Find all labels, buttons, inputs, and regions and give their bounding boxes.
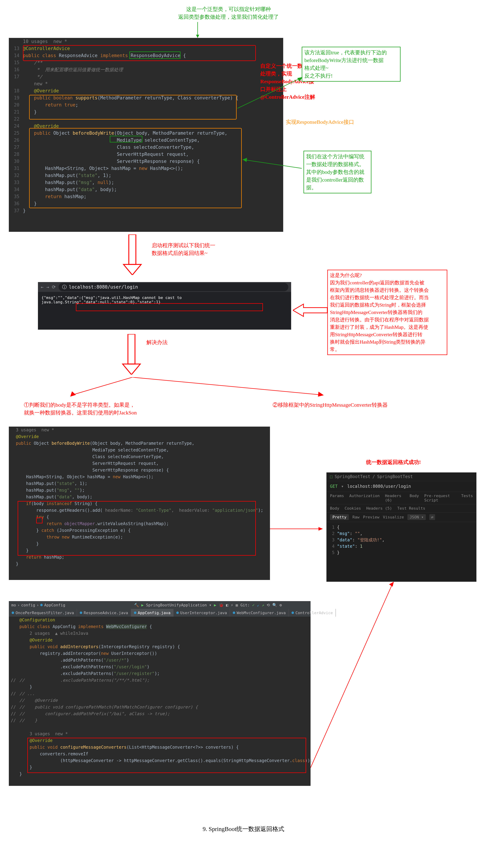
- coverage-icon[interactable]: ◧: [226, 603, 228, 607]
- arrow-down-green: [195, 22, 200, 38]
- svg-marker-10: [123, 364, 140, 375]
- address-bar[interactable]: ⓘ localhost:8080/user/login: [59, 283, 288, 291]
- code-line: public Object beforeBodyWrite(Object bod…: [16, 440, 194, 447]
- usage-hint: 3 usages new *: [20, 731, 68, 737]
- debug-icon[interactable]: 🐞: [219, 603, 224, 607]
- build-icon[interactable]: 🔨: [134, 603, 139, 607]
- http-method[interactable]: GET: [330, 484, 338, 489]
- code-line: // @Override: [20, 697, 58, 704]
- tab-prerequest[interactable]: Pre-request Script: [424, 494, 456, 502]
- file-tab-3[interactable]: UserInterceptor.java: [173, 609, 230, 617]
- request-tabs: Params Authorization Headers (6) Body Pr…: [326, 492, 477, 504]
- file-tab-2[interactable]: AppConfig.java: [131, 609, 173, 617]
- more-icon[interactable]: ⚙: [280, 603, 282, 607]
- git-branch-icon[interactable]: ✓: [252, 603, 254, 607]
- usage-hint: 2 usages ▲ whileInJava: [20, 630, 88, 637]
- tab-body[interactable]: Body: [409, 494, 419, 502]
- profile-icon[interactable]: ⚡: [231, 603, 233, 607]
- git-push-icon[interactable]: ↗: [262, 603, 264, 607]
- tab-authorization[interactable]: Authorization: [349, 494, 379, 502]
- view-visualize[interactable]: Visualize: [383, 515, 404, 519]
- forward-icon[interactable]: →: [47, 284, 49, 290]
- reload-icon[interactable]: ⟳: [52, 284, 56, 290]
- code-line: @Override: [23, 87, 59, 94]
- note-solution-1: ①判断我们的body是不是字符串类型。如果是， 就换一种数据转换器。这里我们使用…: [24, 401, 147, 416]
- url-text: localhost:8080/user/login: [69, 284, 138, 290]
- code-line: try {: [16, 514, 49, 520]
- svg-marker-1: [196, 35, 199, 38]
- view-bar: Pretty Raw Preview Visualize JSON ▾ ⇄: [326, 513, 477, 522]
- svg-marker-7: [123, 265, 141, 275]
- run-icon[interactable]: ▶: [214, 603, 216, 607]
- tab-params[interactable]: Params: [330, 494, 344, 502]
- code-line: }: [16, 540, 39, 547]
- chevron-down-icon[interactable]: ▾: [341, 484, 344, 489]
- search-icon[interactable]: 🔍: [272, 603, 277, 607]
- file-icon: [12, 612, 14, 614]
- code-editor-3[interactable]: @Configuration public class AppConfig im…: [9, 617, 311, 786]
- resp-tab-cookies[interactable]: Cookies: [345, 506, 361, 510]
- usage-hint: 3 usages new *: [16, 427, 54, 433]
- wrap-icon[interactable]: ⇄: [429, 514, 435, 520]
- view-format[interactable]: JSON ▾: [407, 514, 426, 520]
- code-line: }: [23, 200, 37, 207]
- code-line: new *: [23, 80, 48, 87]
- code-line: HashMap<String, Object> hashMap = new Ha…: [23, 165, 183, 172]
- figure-caption: 9. SpringBoot统一数据返回格式: [0, 825, 487, 833]
- code-line: registry.addInterceptor(new UserIntercep…: [20, 650, 157, 657]
- git-history-icon[interactable]: ⟲: [267, 603, 270, 607]
- code-line: hashMap.put("state", 1);: [16, 480, 87, 487]
- code-line: @Configuration: [20, 617, 55, 623]
- svg-line-17: [311, 584, 393, 768]
- tab-headers[interactable]: Headers (6): [385, 494, 404, 502]
- view-raw[interactable]: Raw: [352, 515, 360, 519]
- resp-tab-testresults[interactable]: Test Results: [397, 506, 425, 510]
- file-tab-4[interactable]: WebMvcConfigurer.java: [230, 609, 289, 617]
- resp-tab-body[interactable]: Body: [330, 506, 339, 510]
- code-line: * 用来配置哪些返回值要做统一数据处理: [23, 66, 123, 73]
- collection-icon: ⬚: [330, 474, 333, 479]
- run-config-dropdown[interactable]: ▶ SpringBootUnifyApplication ▾: [141, 603, 211, 607]
- code-line: @Override: [23, 123, 59, 130]
- svg-line-4: [242, 159, 302, 168]
- git-update-icon[interactable]: ↙: [257, 603, 259, 607]
- code-line: public class AppConfig implements WebMvc…: [20, 623, 152, 630]
- class-icon: [40, 604, 43, 606]
- gutter: [9, 38, 23, 45]
- arrow-supports: [237, 77, 303, 108]
- code-line: ServerHttpRequest request,: [16, 460, 159, 467]
- code-line: throw new RuntimeException(e);: [16, 534, 123, 540]
- view-preview[interactable]: Preview: [363, 515, 379, 519]
- arrow-down-solution: [118, 334, 145, 375]
- code-line: }: [16, 547, 29, 554]
- code-line: if(body instanceof String) {: [16, 500, 97, 507]
- breadcrumb-2[interactable]: SpringBootTest: [377, 474, 413, 479]
- request-url[interactable]: localhost:8080/user/login: [347, 484, 411, 489]
- stop-icon[interactable]: ■: [235, 603, 238, 607]
- code-line: public boolean supports(MethodParameter …: [23, 94, 238, 101]
- git-label: Git:: [240, 603, 250, 607]
- svg-rect-6: [129, 235, 136, 265]
- file-tab-1[interactable]: ResponseAdvice.java: [77, 609, 131, 617]
- note-solution-label: 解决办法: [146, 338, 168, 346]
- breadcrumb-1[interactable]: SpringBootTest: [335, 474, 370, 479]
- code-line: Class selectedConverterType,: [23, 144, 194, 151]
- code-line: @ControllerAdvice: [23, 45, 70, 52]
- info-icon: ⓘ: [62, 284, 67, 290]
- api-client: ⬚ SpringBootTest / SpringBootTest GET ▾ …: [326, 472, 477, 582]
- code-editor-2[interactable]: 3 usages new * @Override public Object b…: [9, 427, 270, 580]
- file-tab-0[interactable]: OncePerRequestFilter.java: [9, 609, 77, 617]
- view-pretty[interactable]: Pretty: [330, 514, 349, 520]
- note-start-test: 启动程序测试以下我们统一 数据格式后的返回结果~: [152, 242, 231, 257]
- svg-marker-3: [297, 77, 303, 82]
- back-icon[interactable]: ←: [41, 284, 44, 290]
- code-editor-1[interactable]: 10 usages new * 13@ControllerAdvice 14pu…: [9, 38, 283, 232]
- tab-tests[interactable]: Tests: [461, 494, 473, 502]
- svg-line-13: [132, 377, 321, 395]
- code-line: public void addInterceptors(InterceptorR…: [20, 644, 180, 650]
- resp-tab-headers[interactable]: Headers (5): [366, 506, 392, 510]
- code-line: @Override: [16, 433, 39, 440]
- svg-rect-9: [128, 334, 135, 364]
- code-line: } catch (JsonProcessingException e) {: [16, 527, 131, 534]
- note-supports-true: 该方法返回true，代表要执行下边的 beforeBodyWrite方法进行统一…: [302, 47, 401, 82]
